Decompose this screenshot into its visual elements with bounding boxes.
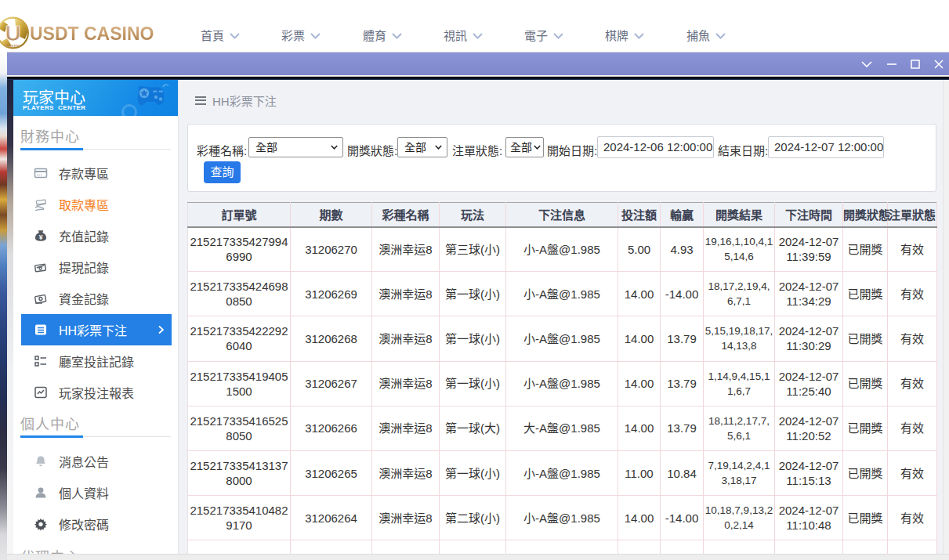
svg-text:¥: ¥ [39,233,43,241]
svg-text:Casino: Casino [5,42,21,48]
